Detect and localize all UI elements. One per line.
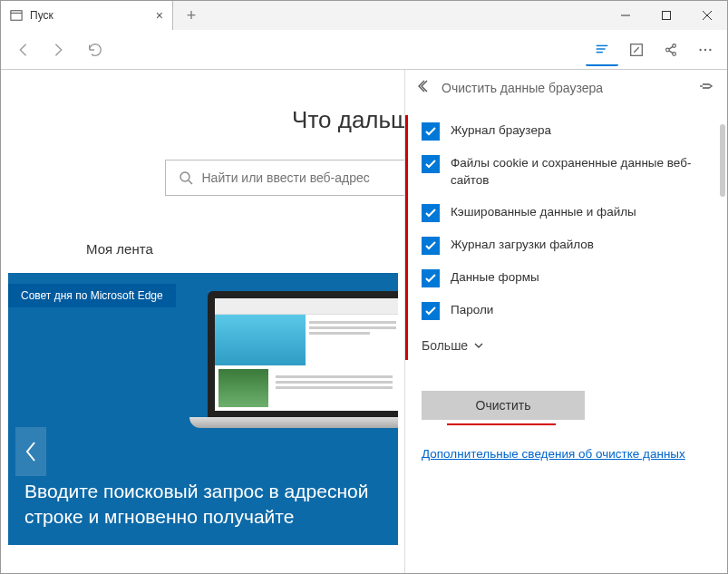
annotation-bar — [405, 115, 408, 360]
checkbox-label: Данные формы — [451, 269, 539, 287]
checkbox-row[interactable]: Журнал браузера — [422, 115, 711, 148]
checkbox-checked-icon[interactable] — [422, 122, 440, 141]
svg-point-11 — [673, 44, 676, 47]
svg-line-13 — [669, 46, 673, 49]
hub-button[interactable] — [586, 34, 618, 66]
tile-prev-arrow[interactable] — [15, 427, 46, 476]
panel-header: Очистить данные браузера — [405, 70, 727, 106]
refresh-button[interactable] — [79, 34, 112, 66]
checkbox-label: Пароли — [451, 302, 493, 319]
new-tab-button[interactable]: + — [173, 1, 209, 30]
more-button[interactable] — [689, 34, 722, 66]
minimize-button[interactable] — [605, 1, 645, 30]
svg-line-19 — [189, 180, 192, 184]
tile-text: Вводите поисковый запрос в адресной стро… — [24, 479, 382, 529]
svg-point-17 — [709, 48, 711, 50]
panel-body: Журнал браузераФайлы cookie и сохраненны… — [405, 106, 727, 573]
webnote-button[interactable] — [620, 34, 653, 66]
panel-title: Очистить данные браузера — [442, 81, 691, 95]
checkbox-checked-icon[interactable] — [422, 302, 440, 320]
search-icon — [179, 170, 193, 185]
checkbox-label: Журнал загрузки файлов — [451, 237, 594, 254]
maximize-button[interactable] — [645, 1, 686, 30]
tab-title: Пуск — [30, 9, 149, 22]
tip-tile[interactable]: Совет дня по Microsoft Edge Вводите поис… — [8, 273, 398, 545]
chevron-down-icon — [473, 340, 484, 351]
back-button[interactable] — [6, 34, 39, 66]
annotation-underline — [447, 423, 556, 425]
share-button[interactable] — [655, 34, 687, 66]
scrollbar[interactable] — [720, 124, 725, 197]
checkbox-row[interactable]: Кэшированные данные и файлы — [422, 197, 711, 229]
svg-point-16 — [704, 48, 706, 50]
checkbox-row[interactable]: Пароли — [422, 295, 711, 327]
clear-button[interactable]: Очистить — [422, 391, 585, 420]
more-toggle[interactable]: Больше — [422, 327, 711, 364]
checkbox-checked-icon[interactable] — [422, 155, 440, 173]
forward-button[interactable] — [43, 34, 75, 66]
checkbox-checked-icon[interactable] — [422, 204, 440, 222]
checkbox-row[interactable]: Данные формы — [422, 262, 711, 295]
svg-point-10 — [666, 48, 670, 52]
checkbox-label: Журнал браузера — [451, 122, 551, 140]
browser-tab[interactable]: Пуск × — [1, 1, 173, 30]
svg-line-14 — [669, 50, 673, 53]
tab-close-icon[interactable]: × — [156, 8, 163, 23]
svg-point-12 — [673, 52, 676, 55]
more-info-link[interactable]: Дополнительные сведения об очистке данны… — [422, 447, 711, 461]
checkbox-label: Файлы cookie и сохраненные данные веб-са… — [451, 155, 711, 190]
svg-point-18 — [180, 172, 189, 181]
content-area: Что дальше? Моя лента Совет дня по Micro… — [1, 70, 727, 573]
title-bar: Пуск × + — [1, 1, 727, 30]
svg-rect-0 — [11, 11, 22, 21]
tip-badge: Совет дня по Microsoft Edge — [8, 284, 176, 307]
laptop-image — [189, 291, 398, 454]
panel-back-icon[interactable] — [418, 79, 432, 97]
nav-bar — [1, 30, 727, 70]
checkbox-checked-icon[interactable] — [422, 269, 440, 287]
checkbox-label: Кэшированные данные и файлы — [451, 204, 636, 221]
close-window-button[interactable] — [686, 1, 727, 30]
svg-point-15 — [699, 48, 701, 50]
clear-data-panel: Очистить данные браузера Журнал браузера… — [404, 70, 727, 573]
window-controls — [605, 1, 727, 30]
checkbox-row[interactable]: Журнал загрузки файлов — [422, 229, 711, 262]
checkbox-row[interactable]: Файлы cookie и сохраненные данные веб-са… — [422, 148, 711, 197]
pin-icon[interactable] — [700, 79, 714, 97]
svg-rect-3 — [662, 12, 670, 20]
checkbox-checked-icon[interactable] — [422, 237, 440, 255]
tab-page-icon — [10, 9, 23, 22]
